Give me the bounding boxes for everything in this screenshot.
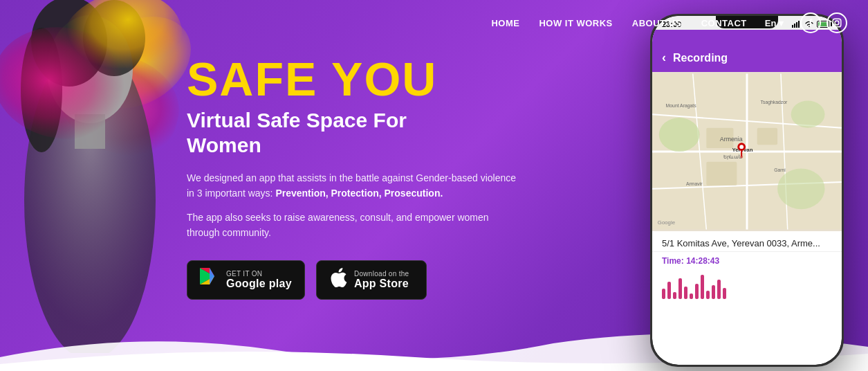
nav-contact[interactable]: CONTACT [694, 15, 754, 31]
desc1-highlight: Prevention, Protection, Prosecution. [275, 188, 443, 199]
store-buttons: GET IT ON Google play Download on the Ap… [187, 260, 602, 300]
nav-how-it-works[interactable]: HOW IT WORKS [532, 15, 619, 31]
svg-text:Tsaghkadzor: Tsaghkadzor [761, 100, 788, 106]
svg-point-29 [659, 118, 700, 152]
hero-section: HOME HOW IT WORKS ABOUT US CONTACT En ▾ … [0, 0, 868, 371]
nav-links: HOME HOW IT WORKS ABOUT US CONTACT En ▾ … [484, 12, 847, 33]
svg-point-31 [777, 168, 825, 209]
svg-text:Mount Aragats: Mount Aragats [666, 103, 697, 109]
wave-bar-11 [717, 280, 721, 299]
wave-bar-6 [690, 293, 693, 299]
phone-address: 5/1 Komitas Ave, Yerevan 0033, Arme... [652, 231, 842, 252]
phone-screen-title: Recording [673, 52, 728, 64]
phone-frame: 23:00 [650, 14, 844, 367]
time-label: Time: [662, 256, 684, 266]
description-2: The app also seeks to raise awareness, c… [187, 210, 505, 241]
wave-bar-10 [712, 285, 715, 299]
phone-recording-time: Time: 14:28:43 [652, 252, 842, 270]
svg-rect-33 [757, 128, 777, 145]
description-1: We designed an app that assists in the b… [187, 170, 519, 201]
wave-bar-7 [695, 284, 699, 299]
woman-image [0, 0, 187, 353]
app-store-sublabel: Download on the [354, 270, 409, 278]
wave-bar-2 [667, 282, 671, 299]
tagline-line2: Women [187, 134, 261, 156]
svg-point-12 [835, 21, 839, 25]
wave-bar-8 [701, 275, 704, 299]
instagram-icon[interactable] [827, 12, 847, 33]
svg-point-46 [740, 156, 743, 159]
wave-bar-12 [723, 288, 726, 299]
svg-text:Garni: Garni [774, 168, 786, 172]
svg-point-30 [791, 101, 825, 128]
facebook-icon[interactable]: f [800, 12, 821, 33]
svg-rect-34 [706, 162, 737, 186]
navbar: HOME HOW IT WORKS ABOUT US CONTACT En ▾ … [0, 0, 868, 46]
wave-bar-3 [673, 292, 676, 299]
nav-home[interactable]: HOME [484, 15, 526, 31]
app-title: SAFE YOU [187, 55, 602, 102]
phone-back-button[interactable]: ‹ [662, 51, 666, 65]
phone-map: Armenia Yerevan Երևան Mount Aragats Tsag… [652, 72, 842, 231]
tagline-line1: Virtual Safe Space For [187, 109, 407, 132]
apple-icon [329, 268, 347, 292]
app-store-text: Download on the App Store [354, 270, 409, 290]
svg-rect-11 [833, 19, 841, 27]
svg-marker-17 [210, 268, 214, 284]
audio-waveform [652, 270, 842, 305]
app-store-button[interactable]: Download on the App Store [316, 260, 427, 300]
wave-bar-4 [678, 278, 682, 299]
map-svg: Armenia Yerevan Երևան Mount Aragats Tsag… [652, 72, 842, 231]
wave-bar-5 [684, 287, 687, 299]
google-play-icon [200, 268, 219, 292]
google-play-button[interactable]: GET IT ON Google play [187, 260, 305, 300]
svg-point-44 [739, 145, 744, 149]
svg-text:Armenia: Armenia [720, 136, 743, 143]
svg-text:Երևան: Երևան [723, 154, 741, 160]
wave-bar-9 [706, 291, 710, 299]
phone-mockup: 23:00 [640, 14, 854, 371]
social-links: f [800, 12, 847, 33]
time-value: 14:28:43 [686, 256, 719, 266]
nav-about-us[interactable]: ABOUT US [625, 15, 689, 31]
svg-text:Google: Google [658, 219, 675, 226]
wave-bar-1 [662, 289, 665, 299]
google-play-sublabel: GET IT ON [226, 270, 292, 278]
language-selector[interactable]: En ▾ [759, 15, 789, 31]
google-play-text: GET IT ON Google play [226, 270, 292, 290]
tagline: Virtual Safe Space For Women [187, 108, 602, 158]
phone-screen: 23:00 [652, 16, 842, 365]
svg-text:Armavir: Armavir [686, 181, 703, 186]
app-store-label: App Store [354, 278, 409, 290]
main-content: SAFE YOU Virtual Safe Space For Women We… [187, 55, 602, 300]
google-play-label: Google play [226, 278, 292, 290]
svg-point-13 [839, 20, 840, 21]
